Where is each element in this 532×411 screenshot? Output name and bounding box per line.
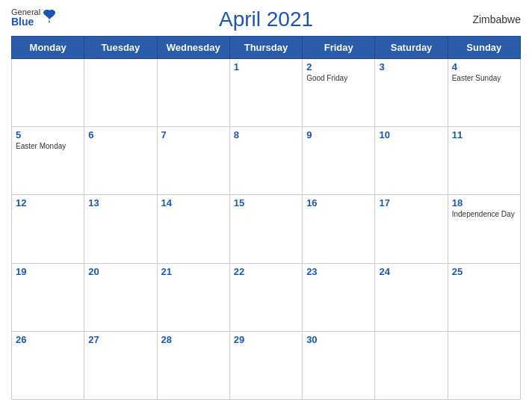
day-number: 12 bbox=[16, 197, 80, 208]
week-row-5: 2627282930 bbox=[12, 331, 521, 399]
weekday-header-row: MondayTuesdayWednesdayThursdayFridaySatu… bbox=[12, 37, 521, 59]
calendar-cell bbox=[448, 331, 520, 399]
day-number: 28 bbox=[161, 334, 226, 345]
calendar-header: General Blue April 2021 Zimbabwe bbox=[11, 7, 521, 31]
holiday-label: Good Friday bbox=[306, 74, 371, 82]
calendar-cell: 27 bbox=[84, 331, 157, 399]
day-number: 8 bbox=[234, 129, 298, 140]
day-number: 5 bbox=[16, 129, 80, 140]
calendar-cell: 18Independence Day bbox=[448, 195, 520, 263]
calendar-cell: 21 bbox=[157, 263, 229, 331]
calendar-title: April 2021 bbox=[219, 7, 313, 31]
day-number: 1 bbox=[234, 61, 298, 72]
weekday-header-monday: Monday bbox=[12, 37, 84, 59]
day-number: 23 bbox=[306, 266, 371, 277]
day-number: 19 bbox=[16, 266, 80, 277]
calendar-cell: 1 bbox=[229, 59, 302, 127]
day-number: 27 bbox=[88, 334, 152, 345]
day-number: 29 bbox=[234, 334, 298, 345]
day-number: 21 bbox=[161, 266, 226, 277]
calendar-cell: 13 bbox=[84, 195, 157, 263]
logo-blue-text: Blue bbox=[11, 16, 40, 28]
day-number: 20 bbox=[88, 266, 152, 277]
calendar-cell: 7 bbox=[157, 127, 229, 195]
week-row-4: 19202122232425 bbox=[12, 263, 521, 331]
week-row-3: 12131415161718Independence Day bbox=[12, 195, 521, 263]
calendar-cell: 25 bbox=[448, 263, 520, 331]
day-number: 15 bbox=[234, 197, 298, 208]
day-number: 9 bbox=[306, 129, 371, 140]
calendar-cell: 29 bbox=[229, 331, 302, 399]
weekday-header-sunday: Sunday bbox=[448, 37, 520, 59]
calendar-cell: 26 bbox=[12, 331, 84, 399]
day-number: 24 bbox=[379, 266, 443, 277]
week-row-2: 5Easter Monday67891011 bbox=[12, 127, 521, 195]
calendar-cell: 28 bbox=[157, 331, 229, 399]
calendar-cell: 12 bbox=[12, 195, 84, 263]
calendar-cell bbox=[157, 59, 229, 127]
calendar-cell: 24 bbox=[375, 263, 448, 331]
weekday-header-wednesday: Wednesday bbox=[157, 37, 229, 59]
calendar-cell: 6 bbox=[84, 127, 157, 195]
calendar-cell: 15 bbox=[229, 195, 302, 263]
day-number: 4 bbox=[452, 61, 516, 72]
day-number: 18 bbox=[452, 197, 516, 208]
day-number: 6 bbox=[88, 129, 152, 140]
calendar-cell bbox=[84, 59, 157, 127]
day-number: 7 bbox=[161, 129, 226, 140]
logo-bird-icon bbox=[42, 9, 57, 22]
calendar-cell: 10 bbox=[375, 127, 448, 195]
calendar-cell: 23 bbox=[303, 263, 375, 331]
weekday-header-friday: Friday bbox=[303, 37, 375, 59]
calendar-cell bbox=[375, 331, 448, 399]
holiday-label: Easter Sunday bbox=[452, 74, 516, 82]
day-number: 11 bbox=[452, 129, 516, 140]
calendar-cell: 16 bbox=[303, 195, 375, 263]
holiday-label: Easter Monday bbox=[16, 142, 80, 150]
calendar-cell: 9 bbox=[303, 127, 375, 195]
calendar-cell: 11 bbox=[448, 127, 520, 195]
calendar-cell: 3 bbox=[375, 59, 448, 127]
calendar-cell: 19 bbox=[12, 263, 84, 331]
calendar-cell: 14 bbox=[157, 195, 229, 263]
day-number: 30 bbox=[306, 334, 371, 345]
day-number: 16 bbox=[306, 197, 371, 208]
calendar-cell: 2Good Friday bbox=[303, 59, 375, 127]
calendar-cell: 5Easter Monday bbox=[12, 127, 84, 195]
holiday-label: Independence Day bbox=[452, 210, 516, 218]
calendar-wrapper: General Blue April 2021 Zimbabwe MondayT… bbox=[0, 0, 532, 411]
day-number: 25 bbox=[452, 266, 516, 277]
day-number: 26 bbox=[16, 334, 80, 345]
day-number: 10 bbox=[379, 129, 443, 140]
calendar-cell bbox=[12, 59, 84, 127]
country-label: Zimbabwe bbox=[472, 13, 521, 25]
calendar-cell: 17 bbox=[375, 195, 448, 263]
day-number: 22 bbox=[234, 266, 298, 277]
logo: General Blue bbox=[11, 7, 57, 28]
calendar-cell: 20 bbox=[84, 263, 157, 331]
day-number: 17 bbox=[379, 197, 443, 208]
weekday-header-tuesday: Tuesday bbox=[84, 37, 157, 59]
day-number: 3 bbox=[379, 61, 443, 72]
calendar-cell: 30 bbox=[303, 331, 375, 399]
weekday-header-thursday: Thursday bbox=[229, 37, 302, 59]
calendar-cell: 8 bbox=[229, 127, 302, 195]
day-number: 2 bbox=[306, 61, 371, 72]
calendar-table: MondayTuesdayWednesdayThursdayFridaySatu… bbox=[11, 36, 521, 400]
calendar-cell: 4Easter Sunday bbox=[448, 59, 520, 127]
day-number: 14 bbox=[161, 197, 226, 208]
week-row-1: 12Good Friday34Easter Sunday bbox=[12, 59, 521, 127]
calendar-cell: 22 bbox=[229, 263, 302, 331]
weekday-header-saturday: Saturday bbox=[375, 37, 448, 59]
day-number: 13 bbox=[88, 197, 152, 208]
